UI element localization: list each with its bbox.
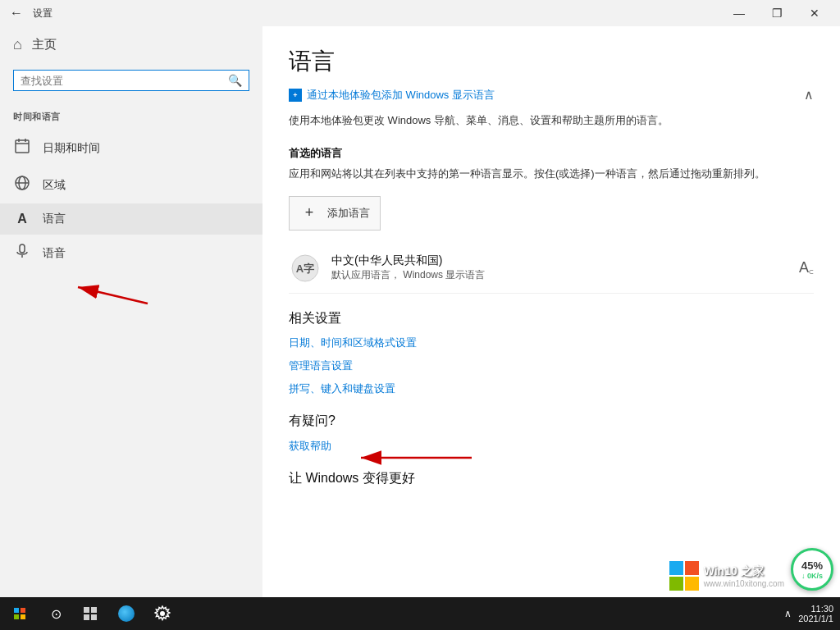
language-item-chinese[interactable]: A字 中文(中华人民共和国) 默认应用语言， Windows 显示语言 A꜀ (289, 244, 814, 294)
svg-rect-19 (685, 577, 699, 591)
svg-rect-0 (16, 140, 29, 153)
main-container: ⌂ 主页 🔍 时间和语言 日期和时间 (0, 26, 840, 597)
lang-item-options[interactable]: A꜀ (799, 259, 814, 276)
speech-icon (13, 243, 31, 263)
lang-status: 默认应用语言， Windows 显示语言 (331, 268, 789, 282)
add-windows-lang-link[interactable]: 通过本地体验包添加 Windows 显示语言 (307, 88, 495, 103)
related-settings-title: 相关设置 (289, 310, 814, 327)
taskbar-app-1[interactable] (72, 597, 108, 630)
close-button[interactable]: ✕ (796, 0, 833, 26)
language-icon: A (13, 212, 31, 226)
improve-windows-title: 让 Windows 变得更好 (289, 470, 814, 487)
sidebar-item-speech[interactable]: 语音 (0, 235, 262, 272)
start-icon (14, 608, 25, 619)
taskbar-app-gear[interactable] (144, 597, 180, 630)
datetime-label: 日期和时间 (43, 141, 100, 156)
svg-rect-16 (669, 561, 683, 575)
sidebar: ⌂ 主页 🔍 时间和语言 日期和时间 (0, 26, 262, 597)
speech-label: 语音 (43, 246, 66, 261)
content-area: 语言 + 通过本地体验包添加 Windows 显示语言 ∧ 使用本地体验包更改 … (262, 26, 840, 597)
win10-brand: Win10 之家 www.win10xitong.com (669, 561, 784, 591)
sidebar-item-region[interactable]: 区域 (0, 167, 262, 203)
restore-button[interactable]: ❐ (758, 0, 796, 26)
sidebar-item-datetime[interactable]: 日期和时间 (0, 130, 262, 167)
minimize-button[interactable]: — (720, 0, 758, 26)
back-button[interactable]: ← (7, 3, 26, 23)
preferred-lang-title: 首选的语言 (289, 146, 814, 161)
language-label: 语言 (43, 212, 66, 226)
svg-rect-7 (20, 244, 25, 253)
speed-percent: 45% (801, 559, 823, 572)
speed-badge: 45% ↓ 0K/s (791, 548, 833, 591)
region-icon (13, 175, 31, 195)
search-box: 🔍 (13, 70, 249, 91)
search-icon: 🔍 (228, 74, 242, 87)
win10-sub: www.win10xitong.com (704, 579, 784, 588)
datetime-icon (13, 138, 31, 158)
svg-rect-18 (669, 577, 683, 591)
title-bar: ← 设置 — ❐ ✕ (0, 0, 840, 26)
svg-text:A字: A字 (296, 262, 315, 275)
taskbar-search-button[interactable]: ⊙ (39, 597, 72, 630)
get-help-link[interactable]: 获取帮助 (289, 440, 331, 452)
svg-rect-11 (84, 607, 89, 613)
preferred-lang-desc: 应用和网站将以其在列表中支持的第一种语言显示。按住(或选择)一种语言，然后通过拖… (289, 166, 814, 183)
page-title: 语言 (289, 46, 814, 77)
taskbar: ⊙ ∧ 11:30 2021/1/1 (0, 597, 840, 630)
svg-point-15 (160, 611, 165, 616)
home-label: 主页 (32, 37, 57, 52)
lang-item-icon: A字 (289, 252, 322, 285)
related-link-keyboard[interactable]: 拼写、键入和键盘设置 (289, 381, 814, 396)
taskbar-app-2[interactable] (108, 597, 144, 630)
svg-rect-13 (84, 614, 89, 620)
svg-rect-14 (91, 614, 97, 620)
taskbar-apps (72, 597, 180, 630)
add-language-button[interactable]: + 添加语言 (289, 196, 381, 231)
start-button[interactable] (0, 597, 39, 630)
taskbar-chevron[interactable]: ∧ (781, 605, 795, 623)
win10-logo-icon (669, 561, 699, 591)
taskbar-time: 11:30 2021/1/1 (798, 604, 833, 623)
taskbar-right: ∧ 11:30 2021/1/1 (781, 604, 840, 623)
sidebar-item-language[interactable]: A 语言 (0, 203, 262, 235)
sidebar-home[interactable]: ⌂ 主页 (0, 26, 262, 63)
section-title: 时间和语言 (0, 98, 262, 130)
link-icon: + (289, 89, 302, 102)
window-controls: — ❐ ✕ (720, 0, 833, 26)
faq-title: 有疑问? (289, 413, 814, 430)
top-link-row: + 通过本地体验包添加 Windows 显示语言 ∧ (289, 87, 814, 103)
plus-icon: + (299, 203, 319, 223)
collapse-button[interactable]: ∧ (804, 87, 814, 103)
window-title: 设置 (33, 7, 52, 21)
svg-rect-17 (685, 561, 699, 575)
lang-name: 中文(中华人民共和国) (331, 253, 789, 268)
speed-value: ↓ 0K/s (801, 572, 823, 580)
lang-info: 中文(中华人民共和国) 默认应用语言， Windows 显示语言 (331, 253, 789, 282)
add-lang-label: 添加语言 (327, 206, 370, 221)
region-label: 区域 (43, 178, 66, 193)
related-link-manage[interactable]: 管理语言设置 (289, 358, 814, 373)
home-icon: ⌂ (13, 36, 22, 53)
related-link-datetime[interactable]: 日期、时间和区域格式设置 (289, 336, 814, 350)
svg-rect-12 (91, 607, 97, 613)
search-input[interactable] (21, 75, 221, 87)
win10-text: Win10 之家 (704, 564, 784, 579)
description-text: 使用本地体验包更改 Windows 导航、菜单、消息、设置和帮助主题所用的语言。 (289, 112, 814, 130)
